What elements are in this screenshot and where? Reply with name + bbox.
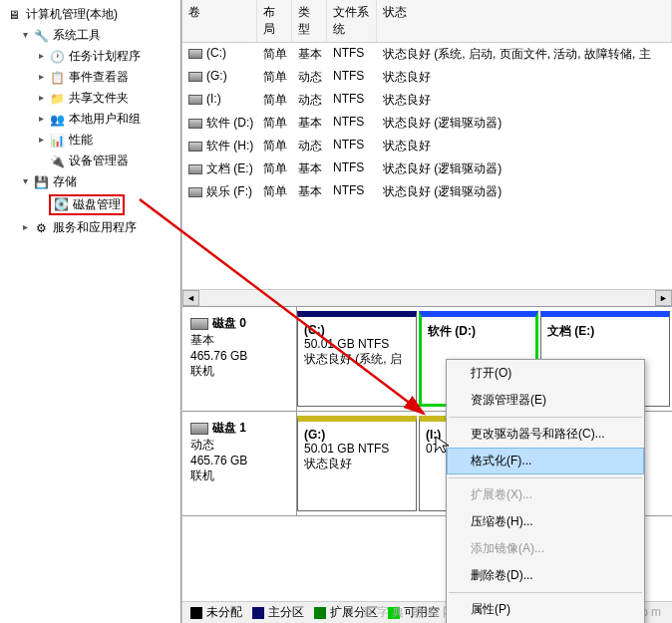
- expand-icon[interactable]: ▸: [36, 51, 47, 62]
- partition[interactable]: (G:)50.01 GB NTFS状态良好: [297, 416, 417, 511]
- tree-system-tools[interactable]: ▾🔧系统工具: [2, 25, 178, 46]
- collapse-icon[interactable]: ▾: [20, 176, 31, 187]
- disk-icon: 💽: [53, 196, 69, 212]
- tools-icon: 🔧: [33, 28, 49, 44]
- scrollbar-horizontal[interactable]: ◄ ►: [182, 289, 672, 306]
- col-layout[interactable]: 布局: [257, 0, 292, 42]
- drive-icon: [188, 72, 202, 82]
- swatch-unallocated-icon: [190, 607, 202, 619]
- volume-row[interactable]: 软件 (D:)简单基本NTFS状态良好 (逻辑驱动器): [182, 112, 672, 135]
- partition[interactable]: (C:)50.01 GB NTFS状态良好 (系统, 启: [297, 311, 417, 407]
- tree-storage[interactable]: ▾💾存储: [2, 171, 178, 192]
- expand-icon[interactable]: ▸: [36, 114, 47, 125]
- volume-row[interactable]: 文档 (E:)简单基本NTFS状态良好 (逻辑驱动器): [182, 157, 672, 180]
- tree-event-viewer[interactable]: ▸📋事件查看器: [2, 67, 178, 88]
- clock-icon: 🕐: [49, 49, 65, 65]
- volume-row[interactable]: 软件 (H:)简单动态NTFS状态良好: [182, 135, 672, 157]
- swatch-primary-icon: [252, 607, 264, 619]
- disk-info[interactable]: 磁盘 1动态465.76 GB联机: [182, 412, 297, 515]
- menu-extend[interactable]: 扩展卷(X)...: [447, 481, 644, 508]
- volume-list: 卷 布局 类型 文件系统 状态 (C:)简单基本NTFS状态良好 (系统, 启动…: [182, 0, 672, 289]
- drive-icon: [188, 119, 202, 129]
- volume-row[interactable]: (I:)简单动态NTFS状态良好: [182, 89, 672, 112]
- menu-change-letter[interactable]: 更改驱动器号和路径(C)...: [447, 421, 644, 448]
- tree-local-users[interactable]: ▸👥本地用户和组: [2, 109, 178, 130]
- volume-row[interactable]: (G:)简单动态NTFS状态良好: [182, 66, 672, 89]
- menu-open[interactable]: 打开(O): [447, 360, 644, 387]
- volume-row[interactable]: (C:)简单基本NTFS状态良好 (系统, 启动, 页面文件, 活动, 故障转储…: [182, 43, 672, 66]
- services-icon: ⚙: [33, 220, 49, 236]
- scroll-right-icon[interactable]: ►: [655, 290, 672, 306]
- menu-mirror[interactable]: 添加镜像(A)...: [447, 535, 644, 562]
- swatch-extended-icon: [314, 607, 326, 619]
- users-icon: 👥: [49, 112, 65, 128]
- volume-row[interactable]: 娱乐 (F:)简单基本NTFS状态良好 (逻辑驱动器): [182, 180, 672, 203]
- storage-icon: 💾: [33, 174, 49, 190]
- volume-header: 卷 布局 类型 文件系统 状态: [182, 0, 672, 43]
- disk-icon: [190, 423, 208, 435]
- tree-shared-folders[interactable]: ▸📁共享文件夹: [2, 88, 178, 109]
- drive-icon: [188, 164, 202, 174]
- expand-icon[interactable]: ▸: [36, 135, 47, 146]
- collapse-icon[interactable]: ▾: [20, 30, 31, 41]
- expand-icon[interactable]: ▸: [36, 72, 47, 83]
- tree-root[interactable]: 🖥计算机管理(本地): [2, 4, 178, 25]
- device-icon: 🔌: [49, 154, 65, 169]
- tree-disk-management[interactable]: 💽磁盘管理: [2, 192, 178, 217]
- col-volume[interactable]: 卷: [182, 0, 257, 42]
- drive-icon: [188, 49, 202, 59]
- menu-format[interactable]: 格式化(F)...: [447, 448, 644, 474]
- col-type[interactable]: 类型: [292, 0, 327, 42]
- expand-icon[interactable]: ▸: [20, 222, 31, 233]
- tree-task-scheduler[interactable]: ▸🕐任务计划程序: [2, 46, 178, 67]
- scroll-left-icon[interactable]: ◄: [182, 290, 199, 306]
- expand-icon[interactable]: ▸: [36, 93, 47, 104]
- drive-icon: [188, 142, 202, 152]
- event-icon: 📋: [49, 70, 65, 86]
- perf-icon: 📊: [49, 133, 65, 149]
- tree-performance[interactable]: ▸📊性能: [2, 130, 178, 151]
- menu-properties[interactable]: 属性(P): [447, 596, 644, 623]
- folder-icon: 📁: [49, 91, 65, 107]
- menu-explorer[interactable]: 资源管理器(E): [447, 387, 644, 414]
- disk-icon: [190, 318, 208, 330]
- nav-tree: 🖥计算机管理(本地) ▾🔧系统工具 ▸🕐任务计划程序 ▸📋事件查看器 ▸📁共享文…: [0, 0, 181, 623]
- context-menu: 打开(O) 资源管理器(E) 更改驱动器号和路径(C)... 格式化(F)...…: [446, 359, 645, 623]
- computer-icon: 🖥: [6, 7, 22, 23]
- tree-services[interactable]: ▸⚙服务和应用程序: [2, 217, 178, 238]
- drive-icon: [188, 95, 202, 105]
- tree-device-manager[interactable]: 🔌设备管理器: [2, 151, 178, 171]
- col-status[interactable]: 状态: [377, 0, 672, 42]
- disk-info[interactable]: 磁盘 0基本465.76 GB联机: [182, 307, 297, 411]
- menu-delete[interactable]: 删除卷(D)...: [447, 562, 644, 589]
- drive-icon: [188, 187, 202, 197]
- partition[interactable]: (I:)07: [419, 416, 449, 511]
- highlight-box: 💽磁盘管理: [49, 194, 125, 215]
- col-fs[interactable]: 文件系统: [327, 0, 377, 42]
- menu-shrink[interactable]: 压缩卷(H)...: [447, 508, 644, 535]
